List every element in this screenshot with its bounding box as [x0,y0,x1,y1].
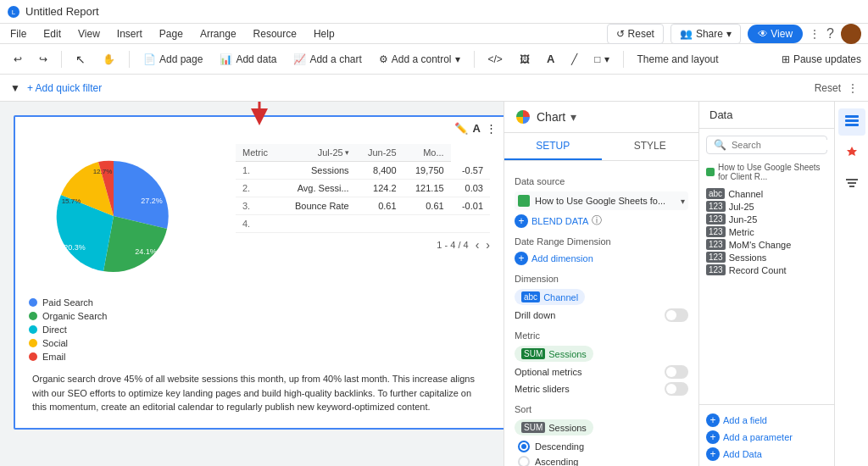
chart-box[interactable]: ✏️ A ⋮ [14,115,504,430]
view-button[interactable]: 👁 View [748,25,803,43]
edit-pencil-icon[interactable]: ✏️ [454,122,468,135]
share-button[interactable]: 👥 Share ▾ [670,24,741,44]
add-page-icon: 📄 [143,53,156,65]
menu-arrange[interactable]: Arrange [197,26,240,42]
info-icon[interactable]: ⓘ [592,214,602,228]
legend-dot-organic [29,312,37,320]
setup-style-tabs: SETUP STYLE [504,133,698,161]
add-page-button[interactable]: 📄 Add page [136,50,209,69]
metric-sliders-row: Metric sliders [515,382,688,396]
drill-down-toggle[interactable] [665,308,688,322]
drill-down-label: Drill down [515,310,555,320]
add-data-btn[interactable]: + Add Data [706,447,827,461]
datasource-name: How to Use Google Sheets fo... [535,196,676,206]
field-type-mom: 123 [706,239,726,250]
add-data-plus-icon[interactable]: + [706,447,720,461]
datasource-label: Data source [515,176,688,186]
image-button[interactable]: 🖼 [513,50,537,69]
prev-page-btn[interactable]: ‹ [476,238,480,252]
tab-style[interactable]: STYLE [602,133,699,160]
add-chart-button[interactable]: 📈 Add a chart [287,50,368,69]
datasource-dropdown-icon[interactable]: ▾ [681,197,685,206]
row4-jul [356,215,403,233]
legend-dot-social [29,339,37,347]
menu-insert[interactable]: Insert [114,26,146,42]
menu-resource[interactable]: Resource [250,26,300,42]
add-control-button[interactable]: ⚙ Add a control ▾ [372,50,467,69]
add-dim-plus-icon[interactable]: + [515,252,528,265]
chart-options-icon[interactable]: ⋮ [486,122,497,135]
pause-updates-button[interactable]: Pause updates [793,53,861,65]
pointer-button[interactable]: ↖ [69,49,92,69]
next-page-btn[interactable]: › [486,238,490,252]
menu-file[interactable]: File [7,26,30,42]
text-button[interactable]: A [540,49,561,69]
dimension-chip[interactable]: abc Channel [515,289,585,305]
field-mom[interactable]: 123 MoM's Change [706,239,827,250]
code-view-button[interactable]: </> [481,50,509,69]
hand-button[interactable]: ✋ [96,50,122,69]
optional-metrics-toggle[interactable] [665,365,688,379]
field-name-record-count: Record Count [729,265,787,275]
radio-circle-desc [518,441,530,452]
reset-button[interactable]: ↺ Reset [607,24,664,44]
field-name-mom: MoM's Change [729,240,792,250]
field-record-count[interactable]: 123 Record Count [706,264,827,275]
metric-chip[interactable]: SUM Sessions [515,346,593,362]
add-param-plus-icon[interactable]: + [706,430,720,444]
blend-data-btn[interactable]: BLEND DATA [531,216,588,226]
field-metric[interactable]: 123 Metric [706,226,827,237]
sort-chip[interactable]: SUM Sessions [515,419,593,435]
svg-rect-10 [845,119,859,122]
menu-page[interactable]: Page [156,26,186,42]
blend-plus-icon[interactable]: + [515,214,528,228]
sheets-icon [518,195,530,207]
metric-sliders-toggle[interactable] [665,382,688,396]
sort-ascending[interactable]: Ascending [518,456,688,466]
field-sessions[interactable]: 123 Sessions [706,252,827,263]
legend-dot-email [29,352,37,361]
search-input[interactable] [732,140,849,150]
redo-button[interactable]: ↪ [32,50,54,69]
side-icon-filterbar[interactable] [838,169,865,197]
text-style-icon[interactable]: A [473,122,481,135]
canvas-area[interactable]: ✏️ A ⋮ [0,102,504,466]
legend-label-social: Social [42,338,68,348]
add-filter-btn[interactable]: + Add quick filter [27,82,102,94]
main-area: ✏️ A ⋮ [0,102,868,466]
undo-button[interactable]: ↩ [7,50,29,69]
menu-view[interactable]: View [75,26,103,42]
field-jul25[interactable]: 123 Jul-25 [706,201,827,212]
search-area: 🔍 [699,129,834,161]
data-label: Data [709,108,732,121]
col-jul25[interactable]: Jul-25 ▾ [280,144,356,162]
menu-edit[interactable]: Edit [40,26,64,42]
eye-icon: 👁 [758,28,768,40]
field-type-jun25: 123 [706,214,726,225]
user-avatar[interactable] [841,24,861,44]
add-field-plus-icon[interactable]: + [706,413,720,427]
add-data-button[interactable]: 📊 Add data [213,50,283,69]
add-parameter-btn[interactable]: + Add a parameter [706,430,827,444]
add-field-btn[interactable]: + Add a field [706,413,827,427]
side-icon-data[interactable] [838,108,865,136]
field-jun25[interactable]: 123 Jun-25 [706,214,827,225]
filter-reset-btn[interactable]: Reset [815,82,841,94]
datasource-row[interactable]: How to Use Google Sheets fo... ▾ [515,191,688,210]
field-channel[interactable]: abc Channel [706,188,827,199]
line-button[interactable]: ╱ [565,50,584,69]
shape-button[interactable]: □ ▾ [587,50,615,69]
theme-layout-button[interactable]: Theme and layout [631,50,726,69]
expand-icon[interactable]: ▾ [570,110,576,124]
more-options-icon[interactable]: ⋮ [810,28,820,40]
table-row: 2. Avg. Sessi... 124.2 121.15 0.03 [236,180,490,197]
add-dimension-btn[interactable]: + Add dimension [515,252,688,265]
svg-marker-3 [251,108,268,125]
sort-descending[interactable]: Descending [518,441,688,452]
help-icon[interactable]: ? [826,26,834,42]
menu-help[interactable]: Help [310,26,338,42]
metric-sliders-label: Metric sliders [515,384,570,394]
side-icon-properties[interactable] [838,139,865,166]
tab-setup[interactable]: SETUP [504,133,602,160]
filter-more-icon[interactable]: ⋮ [848,82,858,94]
